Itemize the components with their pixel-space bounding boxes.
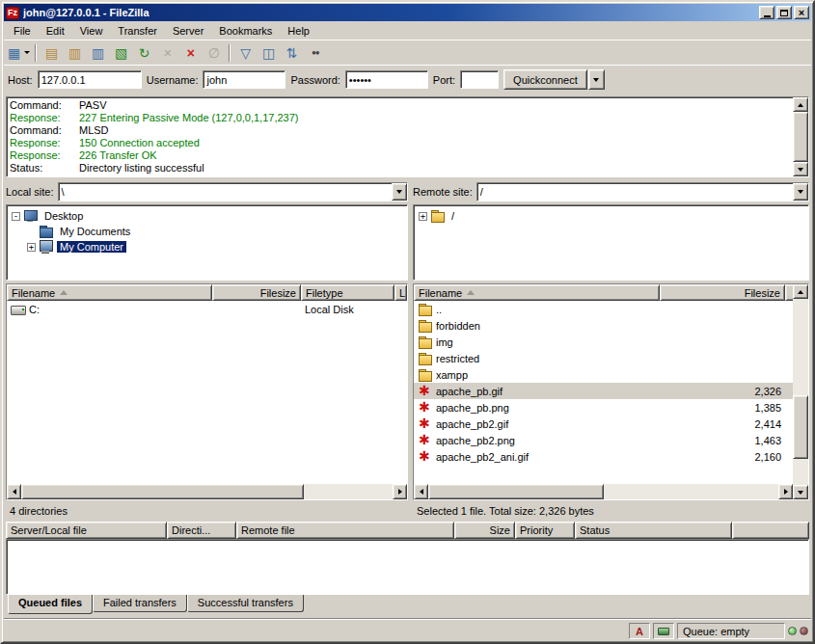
menu-item[interactable]: View — [72, 23, 111, 39]
close-button[interactable]: × — [794, 6, 809, 19]
column-header-filename[interactable]: Filename — [414, 284, 660, 301]
scrollbar-track[interactable] — [21, 484, 393, 499]
queue-column-header[interactable]: Priority — [515, 522, 575, 539]
port-input[interactable] — [460, 70, 499, 89]
menu-item[interactable]: Transfer — [110, 23, 165, 39]
toggle-remote-tree-button[interactable]: ▥ — [87, 42, 109, 64]
queue-header: Server/Local file Directi... Remote file… — [6, 522, 809, 539]
local-site-value[interactable]: \ — [59, 183, 392, 201]
queue-list[interactable] — [6, 539, 809, 595]
cancel-button[interactable]: × — [179, 42, 202, 64]
scroll-up-button[interactable] — [793, 284, 808, 299]
tree-item-label[interactable]: My Computer — [57, 241, 126, 253]
remote-file-row[interactable]: apache_pb.gif 2,326 — [414, 383, 793, 399]
log-scrollbar[interactable] — [793, 97, 808, 176]
quickconnect-button[interactable]: Quickconnect — [503, 69, 587, 90]
remote-file-row[interactable]: apache_pb2.gif 2,414 — [414, 416, 793, 432]
scrollbar-track[interactable] — [793, 112, 808, 162]
tree-expander-icon[interactable]: - — [12, 212, 20, 221]
menu-item[interactable]: File — [6, 23, 39, 39]
password-input[interactable] — [345, 70, 428, 89]
queue-column-header[interactable]: Directi... — [167, 522, 236, 539]
column-header-filesize[interactable]: Filesize — [660, 284, 785, 301]
menu-item[interactable]: Server — [165, 23, 211, 39]
stop-button[interactable]: × — [156, 42, 178, 64]
username-input[interactable] — [203, 70, 285, 89]
quickconnect-dropdown-button[interactable] — [588, 69, 605, 90]
local-file-row[interactable]: C: Local Disk — [7, 301, 407, 317]
find-files-button[interactable]: ●● — [304, 42, 326, 64]
queue-column-header[interactable]: Server/Local file — [6, 522, 167, 539]
maximize-button[interactable] — [776, 6, 792, 19]
scrollbar-thumb[interactable] — [793, 112, 808, 162]
tree-item-icon — [23, 209, 39, 223]
column-header-extra[interactable]: L — [394, 284, 407, 301]
compare-button[interactable]: ◫ — [258, 42, 280, 64]
queue-column-header[interactable]: Status — [575, 522, 732, 539]
column-header-filesize[interactable]: Filesize — [212, 284, 301, 301]
scroll-right-button[interactable] — [393, 484, 407, 499]
menu-item[interactable]: Help — [280, 23, 317, 39]
remote-file-row[interactable]: img — [414, 334, 793, 350]
remote-file-row[interactable]: forbidden — [414, 317, 793, 334]
tree-item-label[interactable]: / — [448, 210, 457, 222]
toggle-log-button[interactable]: ▤ — [41, 42, 63, 64]
disconnect-button[interactable]: ∅ — [203, 42, 225, 64]
remote-horizontal-scrollbar[interactable] — [414, 484, 793, 499]
site-manager-button[interactable]: ▦ — [7, 42, 31, 64]
scroll-left-button[interactable] — [7, 484, 21, 499]
queue-tab[interactable]: Successful transfers — [187, 595, 304, 612]
remote-list-body[interactable]: .. forbidden img — [414, 301, 793, 484]
minimize-button[interactable] — [759, 6, 774, 19]
scrollbar-thumb[interactable] — [428, 484, 604, 499]
local-site-combobox[interactable]: \ — [58, 182, 408, 201]
tree-item-label[interactable]: Desktop — [41, 210, 86, 222]
tree-item[interactable]: My Documents — [7, 224, 407, 239]
host-input[interactable] — [38, 70, 142, 89]
toggle-local-tree-button[interactable]: ▥ — [64, 42, 86, 64]
drive-icon — [11, 303, 26, 316]
tree-item-label[interactable]: My Documents — [57, 226, 133, 237]
column-header-filetype[interactable]: Filetype — [301, 284, 394, 301]
sync-browse-button[interactable]: ⇅ — [281, 42, 303, 64]
remote-file-row[interactable]: xampp — [414, 366, 793, 383]
remote-file-row[interactable]: .. — [414, 301, 793, 317]
remote-file-row[interactable]: apache_pb.png 1,385 — [414, 399, 793, 416]
refresh-button[interactable]: ↻ — [133, 42, 155, 64]
queue-tab[interactable]: Failed transfers — [93, 595, 187, 612]
tree-item[interactable]: + My Computer — [7, 239, 407, 255]
toggle-log-icon: ▤ — [45, 46, 58, 60]
toggle-queue-button[interactable]: ▧ — [110, 42, 132, 64]
filter-button[interactable]: ▽ — [234, 42, 257, 64]
remote-file-row[interactable]: apache_pb2.png 1,463 — [414, 432, 793, 448]
tree-item[interactable]: - Desktop — [7, 208, 407, 224]
scrollbar-track[interactable] — [428, 484, 778, 499]
local-list-body[interactable]: C: Local Disk — [7, 301, 407, 484]
local-horizontal-scrollbar[interactable] — [7, 484, 407, 499]
scroll-down-button[interactable] — [793, 485, 808, 499]
tree-expander-icon[interactable]: + — [27, 243, 36, 252]
scroll-left-button[interactable] — [414, 484, 428, 499]
tree-item[interactable]: + / — [414, 208, 808, 224]
column-header-filename[interactable]: Filename — [7, 284, 212, 301]
remote-site-combobox[interactable]: / — [476, 182, 809, 201]
scrollbar-track[interactable] — [793, 299, 808, 485]
scrollbar-thumb[interactable] — [21, 484, 304, 499]
scroll-up-button[interactable] — [793, 97, 808, 112]
remote-file-row[interactable]: restricted — [414, 350, 793, 366]
statusbar: A Queue: empty — [4, 618, 811, 640]
tree-expander-icon[interactable]: + — [419, 212, 427, 221]
local-site-dropdown-button[interactable] — [392, 183, 407, 201]
scroll-right-button[interactable] — [778, 484, 793, 499]
scroll-down-button[interactable] — [793, 162, 808, 176]
menu-item[interactable]: Bookmarks — [211, 23, 280, 39]
queue-column-header[interactable]: Size — [454, 522, 515, 539]
remote-file-row[interactable]: apache_pb2_ani.gif 2,160 — [414, 448, 793, 465]
menu-item[interactable]: Edit — [39, 23, 72, 39]
queue-tab[interactable]: Queued files — [8, 595, 93, 614]
scrollbar-thumb[interactable] — [793, 395, 808, 459]
remote-site-dropdown-button[interactable] — [793, 183, 808, 201]
remote-vertical-scrollbar[interactable] — [793, 284, 808, 499]
remote-site-value[interactable]: / — [477, 183, 793, 201]
queue-column-header[interactable]: Remote file — [236, 522, 454, 539]
